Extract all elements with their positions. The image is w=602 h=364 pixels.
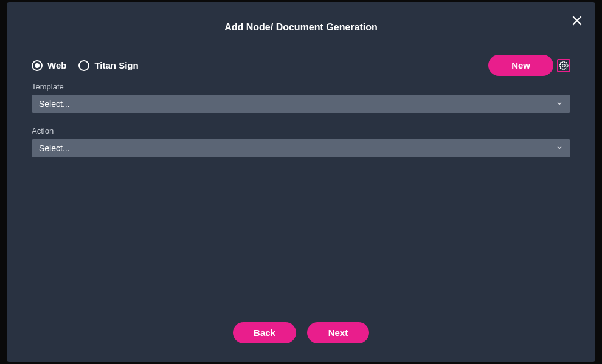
gear-icon — [559, 61, 569, 70]
close-button[interactable] — [570, 13, 584, 28]
radio-indicator-icon — [78, 60, 89, 71]
template-field: Template Select... — [7, 82, 595, 113]
next-button[interactable]: Next — [307, 322, 369, 343]
header-row: Web Titan Sign New — [7, 55, 595, 76]
radio-indicator-icon — [32, 60, 43, 71]
settings-button[interactable] — [557, 59, 570, 72]
radio-titan-label: Titan Sign — [94, 60, 138, 70]
new-button[interactable]: New — [488, 55, 553, 76]
source-radio-group: Web Titan Sign — [32, 60, 139, 71]
template-select-value: Select... — [39, 99, 70, 109]
action-field: Action Select... — [7, 126, 595, 157]
radio-web-label: Web — [47, 60, 66, 70]
dialog-title: Add Node/ Document Generation — [7, 22, 595, 33]
close-icon — [571, 15, 583, 27]
radio-titan-sign[interactable]: Titan Sign — [78, 60, 138, 71]
action-label: Action — [32, 126, 570, 136]
header-right-controls: New — [488, 55, 570, 76]
chevron-down-icon — [556, 100, 563, 109]
back-button[interactable]: Back — [233, 322, 296, 343]
template-label: Template — [32, 82, 570, 91]
modal-dialog: Add Node/ Document Generation Web Titan … — [7, 2, 595, 362]
footer-buttons: Back Next — [7, 322, 595, 362]
chevron-down-icon — [556, 144, 563, 153]
template-select[interactable]: Select... — [32, 95, 570, 113]
radio-web[interactable]: Web — [32, 60, 66, 71]
action-select-value: Select... — [39, 143, 70, 153]
action-select[interactable]: Select... — [32, 139, 570, 157]
